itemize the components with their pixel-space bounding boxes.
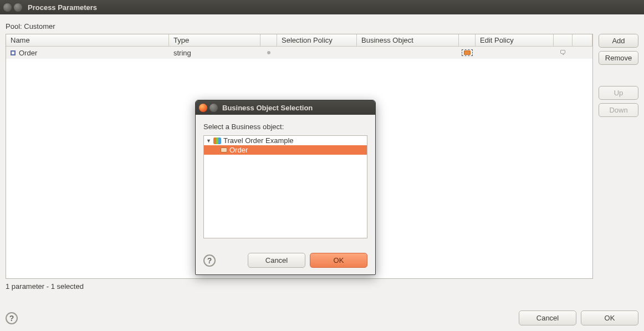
cell-type[interactable]: string [169, 47, 260, 59]
main-cancel-button[interactable]: Cancel [519, 310, 576, 325]
modal-prompt: Select a Business object: [203, 123, 367, 131]
business-object-icon [221, 147, 227, 152]
cell-business-object[interactable] [357, 47, 459, 59]
main-footer: ? Cancel OK [6, 304, 638, 325]
side-buttons: Add Remove Up Down [599, 34, 638, 117]
cell-edit-policy[interactable] [476, 47, 554, 59]
col-header-filler [573, 34, 592, 47]
cell-type-picker[interactable] [260, 47, 277, 59]
status-text: 1 parameter - 1 selected [6, 282, 638, 291]
parameter-icon [11, 50, 16, 55]
modal-ok-button[interactable]: OK [310, 253, 367, 268]
cell-name[interactable]: Order [6, 47, 169, 59]
help-icon[interactable]: ? [203, 254, 216, 267]
cell-filler [573, 47, 592, 59]
minimize-icon[interactable] [209, 104, 218, 112]
dot-icon [267, 51, 270, 54]
modal-cancel-button[interactable]: Cancel [248, 253, 305, 268]
cell-business-object-picker[interactable] [459, 47, 476, 59]
main-titlebar: Process Parameters [0, 0, 644, 14]
table-header-row: Name Type Selection Policy Business Obje… [6, 34, 592, 47]
minimize-icon[interactable] [14, 3, 22, 12]
modal-titlebar: Business Object Selection [196, 100, 375, 115]
tree-item-label: Order [229, 146, 248, 154]
col-header-selection-policy[interactable]: Selection Policy [277, 34, 357, 47]
close-icon[interactable] [199, 104, 207, 112]
business-object-selection-dialog: Business Object Selection Select a Busin… [195, 100, 376, 275]
close-icon[interactable] [3, 3, 12, 12]
col-header-type-icon[interactable] [260, 34, 277, 47]
up-button[interactable]: Up [599, 86, 638, 100]
business-object-icon [462, 49, 473, 56]
cell-selection-policy[interactable] [277, 47, 357, 59]
tree-root[interactable]: ▼ Travel Order Example [204, 136, 367, 145]
col-header-name[interactable]: Name [6, 34, 169, 47]
titlebar-buttons [3, 3, 22, 12]
speech-bubble-icon: 🗨 [560, 49, 566, 57]
cell-edit-policy-picker[interactable]: 🗨 [554, 47, 573, 59]
dialog-title: Process Parameters [28, 3, 97, 12]
remove-button[interactable]: Remove [599, 51, 638, 65]
modal-title: Business Object Selection [222, 104, 313, 112]
tree-root-label: Travel Order Example [223, 136, 294, 145]
col-header-type[interactable]: Type [169, 34, 260, 47]
modal-body: Select a Business object: ▼ Travel Order… [196, 115, 375, 245]
down-button[interactable]: Down [599, 103, 638, 117]
help-icon[interactable]: ? [6, 312, 18, 324]
package-icon [213, 138, 221, 144]
cell-name-text: Order [19, 49, 37, 57]
pool-label: Pool: Customer [6, 22, 638, 30]
business-object-tree[interactable]: ▼ Travel Order Example Order [203, 135, 367, 238]
col-header-edit-icon[interactable] [554, 34, 573, 47]
modal-footer: ? Cancel OK [196, 245, 375, 274]
col-header-business-object[interactable]: Business Object [357, 34, 459, 47]
tree-item-order[interactable]: Order [204, 145, 367, 155]
col-header-edit-policy[interactable]: Edit Policy [476, 34, 554, 47]
chevron-down-icon[interactable]: ▼ [206, 138, 211, 144]
main-ok-button[interactable]: OK [581, 310, 638, 325]
table-row[interactable]: Order string 🗨 [6, 47, 592, 59]
col-header-business-object-icon[interactable] [459, 34, 476, 47]
add-button[interactable]: Add [599, 34, 638, 48]
